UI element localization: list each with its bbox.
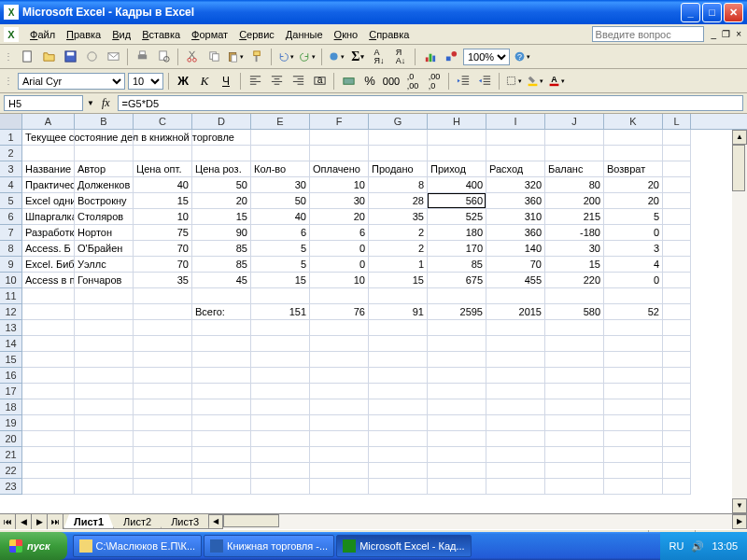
cell[interactable] [22, 431, 75, 447]
copy-icon[interactable] [204, 48, 223, 66]
cell[interactable] [369, 431, 428, 447]
comma-icon[interactable]: 000 [382, 72, 401, 91]
cell[interactable]: 3 [604, 241, 663, 257]
paste-icon[interactable] [226, 48, 245, 66]
cell[interactable] [310, 415, 369, 431]
cell[interactable] [604, 320, 663, 336]
cell[interactable]: 20 [310, 209, 369, 225]
decrease-indent-icon[interactable] [454, 72, 472, 91]
menu-файл[interactable]: Файл [24, 27, 61, 42]
cell[interactable]: -180 [545, 225, 604, 241]
cell[interactable] [134, 288, 192, 304]
cell[interactable] [251, 463, 310, 479]
sort-asc-icon[interactable]: АЯ↓ [370, 48, 388, 66]
cell[interactable]: 15 [192, 209, 251, 225]
cell[interactable] [663, 209, 691, 225]
tray-lang[interactable]: RU [669, 540, 684, 552]
new-icon[interactable] [18, 48, 36, 66]
cell[interactable]: 40 [251, 209, 310, 225]
tray-clock[interactable]: 13:05 [712, 540, 738, 552]
cell[interactable]: 52 [604, 304, 663, 320]
cell[interactable]: 50 [251, 193, 310, 209]
hscroll-thumb[interactable] [223, 514, 279, 527]
font-size-select[interactable]: 10 [128, 73, 163, 90]
cell[interactable] [545, 320, 604, 336]
cell[interactable]: 40 [134, 177, 192, 193]
fx-button[interactable]: fx [98, 96, 114, 110]
cell[interactable] [251, 447, 310, 463]
menu-справка[interactable]: Справка [363, 27, 415, 42]
cell[interactable] [428, 352, 486, 368]
cell[interactable]: Разработк [22, 225, 75, 241]
cell[interactable]: 15 [134, 193, 192, 209]
row-header[interactable]: 22 [0, 463, 22, 479]
cell[interactable]: 360 [486, 225, 545, 241]
cell[interactable]: Возврат [604, 161, 663, 177]
cell[interactable] [545, 336, 604, 352]
col-header-C[interactable]: C [134, 114, 192, 129]
cell[interactable]: 28 [369, 193, 428, 209]
bold-icon[interactable]: Ж [174, 72, 192, 91]
cell[interactable] [604, 415, 663, 431]
align-right-icon[interactable] [289, 72, 307, 91]
cell[interactable]: 30 [310, 193, 369, 209]
hyperlink-icon[interactable] [327, 48, 345, 66]
cell[interactable] [663, 273, 691, 288]
row-header[interactable]: 1 [0, 130, 22, 146]
cell[interactable] [134, 336, 192, 352]
decrease-decimal-icon[interactable]: ,00,0 [425, 72, 444, 91]
cell[interactable] [663, 130, 691, 146]
cell[interactable] [663, 368, 691, 384]
cell[interactable] [428, 447, 486, 463]
cell[interactable] [22, 304, 75, 320]
cell[interactable] [251, 288, 310, 304]
cell[interactable]: Цена опт. [134, 161, 192, 177]
cell[interactable] [192, 447, 251, 463]
cell[interactable] [22, 336, 75, 352]
cell[interactable] [428, 384, 486, 399]
cell[interactable] [192, 431, 251, 447]
increase-decimal-icon[interactable]: ,0,00 [403, 72, 422, 91]
menu-вставка[interactable]: Вставка [136, 27, 186, 42]
col-header-D[interactable]: D [192, 114, 251, 129]
row-header[interactable]: 3 [0, 161, 22, 177]
cell[interactable] [75, 447, 134, 463]
formula-input[interactable] [118, 95, 743, 111]
cell[interactable]: 200 [545, 193, 604, 209]
cell[interactable]: 4 [604, 257, 663, 273]
col-header-I[interactable]: I [486, 114, 545, 129]
cell[interactable] [428, 479, 486, 495]
cell[interactable] [75, 368, 134, 384]
menu-правка[interactable]: Правка [61, 27, 106, 42]
cell[interactable] [369, 368, 428, 384]
cell[interactable]: 10 [310, 273, 369, 288]
cell[interactable] [663, 463, 691, 479]
cell[interactable] [486, 431, 545, 447]
cell[interactable] [310, 399, 369, 415]
cell[interactable] [604, 368, 663, 384]
cell[interactable]: 5 [251, 257, 310, 273]
cell[interactable] [428, 130, 486, 146]
cell[interactable]: Цена роз. [192, 161, 251, 177]
cell[interactable]: 2015 [486, 304, 545, 320]
cell[interactable] [663, 447, 691, 463]
col-header-F[interactable]: F [310, 114, 369, 129]
start-button[interactable]: пуск [0, 532, 67, 560]
cell[interactable] [545, 288, 604, 304]
cell[interactable]: 15 [545, 257, 604, 273]
cell[interactable] [310, 336, 369, 352]
cell[interactable]: О'Брайен [75, 241, 134, 257]
cell[interactable] [75, 146, 134, 161]
sheet-tab[interactable]: Лист1 [63, 514, 114, 529]
cell[interactable] [663, 257, 691, 273]
row-header[interactable]: 19 [0, 415, 22, 431]
cell[interactable]: Access в п [22, 273, 75, 288]
cell[interactable] [486, 399, 545, 415]
cell[interactable] [251, 431, 310, 447]
cell[interactable] [192, 288, 251, 304]
scroll-up-button[interactable]: ▲ [732, 130, 747, 145]
row-header[interactable]: 8 [0, 241, 22, 257]
cell[interactable]: Всего: [192, 304, 251, 320]
cell[interactable] [486, 384, 545, 399]
cell[interactable]: 10 [310, 177, 369, 193]
